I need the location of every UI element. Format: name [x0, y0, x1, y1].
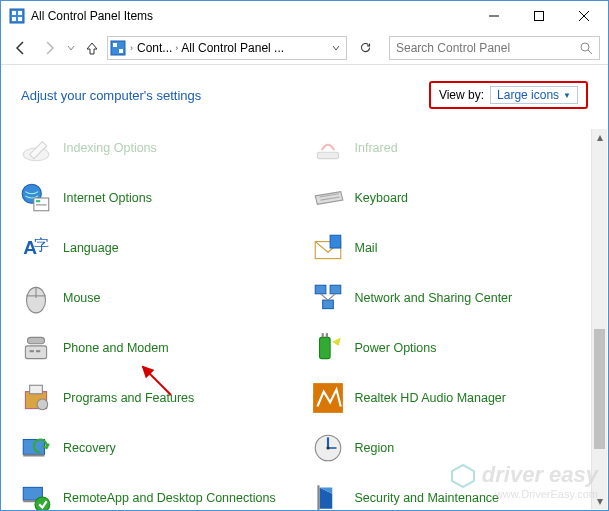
- item-label: Power Options: [355, 341, 437, 356]
- svg-rect-31: [322, 300, 333, 309]
- svg-line-32: [320, 294, 327, 300]
- mouse-icon: [19, 281, 53, 315]
- scroll-down-button[interactable]: ▾: [592, 493, 607, 509]
- region-icon: [311, 431, 345, 465]
- chevron-right-icon[interactable]: ›: [130, 43, 133, 53]
- page-heading: Adjust your computer's settings: [21, 88, 429, 103]
- breadcrumb-1[interactable]: Cont...: [137, 41, 172, 55]
- item-internet-options[interactable]: Internet Options: [15, 173, 303, 223]
- item-infrared[interactable]: Infrared: [307, 123, 595, 173]
- infrared-icon: [311, 131, 345, 165]
- svg-rect-35: [28, 337, 45, 343]
- item-label: RemoteApp and Desktop Connections: [63, 491, 276, 506]
- svg-rect-54: [317, 485, 319, 510]
- item-region[interactable]: Region: [307, 423, 595, 473]
- item-programs-features[interactable]: Programs and Features: [15, 373, 303, 423]
- indexing-icon: [19, 131, 53, 165]
- svg-point-12: [581, 43, 589, 51]
- svg-rect-6: [534, 12, 543, 21]
- minimize-button[interactable]: [471, 2, 516, 30]
- item-label: Language: [63, 241, 119, 256]
- control-panel-window: All Control Panel Items › Cont... › All …: [0, 0, 609, 511]
- recovery-icon: [19, 431, 53, 465]
- item-phone-modem[interactable]: Phone and Modem: [15, 323, 303, 373]
- mail-icon: [311, 231, 345, 265]
- item-recovery[interactable]: Recovery: [15, 423, 303, 473]
- svg-line-13: [588, 50, 592, 54]
- items-grid: Indexing Options Infrared Internet Optio…: [1, 119, 608, 510]
- item-mail[interactable]: Mail: [307, 223, 595, 273]
- item-label: Infrared: [355, 141, 398, 156]
- navigation-bar: › Cont... › All Control Panel ... Search…: [1, 31, 608, 65]
- item-label: Mail: [355, 241, 378, 256]
- maximize-button[interactable]: [516, 2, 561, 30]
- scroll-thumb[interactable]: [594, 329, 605, 449]
- security-icon: [311, 481, 345, 510]
- viewby-value: Large icons: [497, 88, 559, 102]
- item-label: Programs and Features: [63, 391, 194, 406]
- chevron-down-icon: ▼: [563, 91, 571, 100]
- up-button[interactable]: [81, 37, 103, 59]
- programs-icon: [19, 381, 53, 415]
- svg-point-43: [37, 399, 48, 410]
- item-security-maintenance[interactable]: Security and Maintenance: [307, 473, 595, 510]
- item-label: Mouse: [63, 291, 101, 306]
- scroll-up-button[interactable]: ▴: [592, 129, 607, 145]
- chevron-right-icon[interactable]: ›: [175, 43, 178, 53]
- svg-rect-2: [18, 11, 22, 15]
- svg-rect-3: [12, 17, 16, 21]
- svg-point-50: [326, 446, 329, 449]
- item-label: Keyboard: [355, 191, 409, 206]
- item-label: Security and Maintenance: [355, 491, 500, 506]
- svg-rect-46: [23, 454, 44, 456]
- vertical-scrollbar[interactable]: ▴ ▾: [591, 129, 607, 509]
- item-network-sharing[interactable]: Network and Sharing Center: [307, 273, 595, 323]
- svg-line-33: [328, 294, 335, 300]
- svg-text:字: 字: [34, 237, 49, 253]
- item-label: Network and Sharing Center: [355, 291, 513, 306]
- svg-rect-37: [36, 350, 40, 352]
- window-title: All Control Panel Items: [31, 9, 471, 23]
- viewby-label: View by:: [439, 88, 484, 102]
- viewby-dropdown[interactable]: Large icons ▼: [490, 86, 578, 104]
- refresh-button[interactable]: [353, 36, 377, 60]
- power-icon: [311, 331, 345, 365]
- phone-icon: [19, 331, 53, 365]
- internet-options-icon: [19, 181, 53, 215]
- search-placeholder: Search Control Panel: [396, 41, 579, 55]
- keyboard-icon: [311, 181, 345, 215]
- svg-rect-42: [30, 385, 43, 394]
- item-realtek-audio[interactable]: Realtek HD Audio Manager: [307, 373, 595, 423]
- svg-rect-30: [330, 285, 341, 294]
- window-buttons: [471, 2, 606, 30]
- item-keyboard[interactable]: Keyboard: [307, 173, 595, 223]
- realtek-icon: [311, 381, 345, 415]
- item-label: Realtek HD Audio Manager: [355, 391, 506, 406]
- item-language[interactable]: A字 Language: [15, 223, 303, 273]
- svg-rect-4: [18, 17, 22, 21]
- item-label: Indexing Options: [63, 141, 157, 156]
- svg-rect-11: [119, 49, 123, 53]
- address-dropdown[interactable]: [328, 44, 344, 52]
- breadcrumb-2[interactable]: All Control Panel ...: [181, 41, 284, 55]
- titlebar: All Control Panel Items: [1, 1, 608, 31]
- item-power-options[interactable]: Power Options: [307, 323, 595, 373]
- history-dropdown[interactable]: [65, 44, 77, 52]
- svg-rect-40: [325, 333, 327, 337]
- item-label: Region: [355, 441, 395, 456]
- back-button[interactable]: [9, 36, 33, 60]
- item-remoteapp[interactable]: RemoteApp and Desktop Connections: [15, 473, 303, 510]
- remoteapp-icon: [19, 481, 53, 510]
- address-bar[interactable]: › Cont... › All Control Panel ...: [107, 36, 347, 60]
- svg-rect-15: [317, 152, 338, 158]
- item-mouse[interactable]: Mouse: [15, 273, 303, 323]
- svg-rect-29: [315, 285, 326, 294]
- forward-button[interactable]: [37, 36, 61, 60]
- search-box[interactable]: Search Control Panel: [389, 36, 600, 60]
- close-button[interactable]: [561, 2, 606, 30]
- item-indexing-options[interactable]: Indexing Options: [15, 123, 303, 173]
- viewby-highlight: View by: Large icons ▼: [429, 81, 588, 109]
- content-area: Adjust your computer's settings View by:…: [1, 65, 608, 510]
- svg-rect-39: [321, 333, 323, 337]
- svg-rect-38: [319, 337, 330, 358]
